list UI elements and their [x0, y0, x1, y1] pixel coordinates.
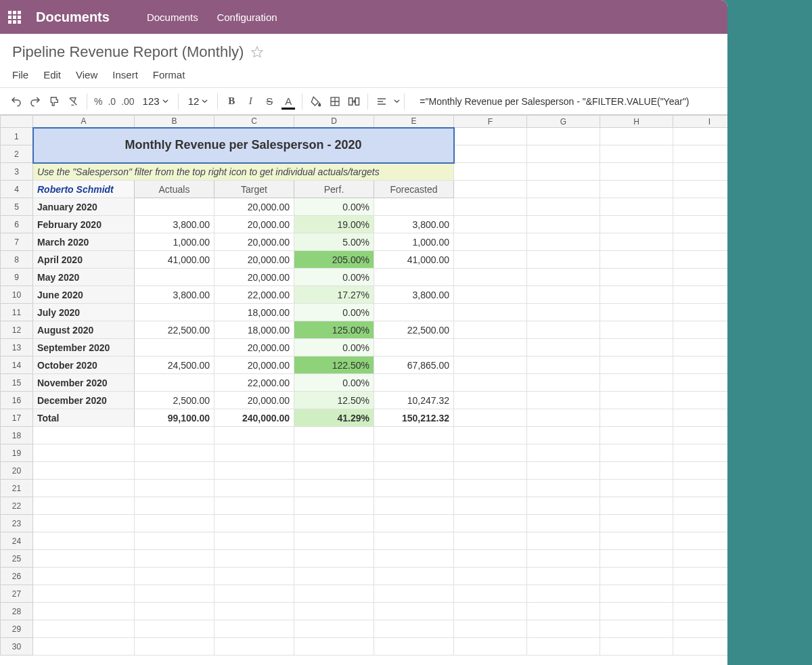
cell[interactable]: [294, 497, 374, 515]
row-27[interactable]: 27: [1, 585, 33, 603]
cell[interactable]: [673, 269, 728, 286]
cell[interactable]: [454, 163, 527, 181]
menu-view[interactable]: View: [76, 69, 97, 81]
cell[interactable]: [600, 374, 673, 392]
cell[interactable]: [33, 444, 135, 462]
cell[interactable]: [294, 427, 374, 444]
cell[interactable]: [215, 427, 294, 444]
month-cell[interactable]: April 2020: [33, 251, 135, 269]
actuals-cell[interactable]: [135, 374, 215, 392]
cell[interactable]: [215, 585, 294, 603]
row-4[interactable]: 4: [1, 181, 33, 198]
cell[interactable]: [215, 638, 294, 656]
target-cell[interactable]: 20,000.00: [215, 392, 294, 409]
target-cell[interactable]: 20,000.00: [215, 251, 294, 269]
cell[interactable]: [374, 497, 454, 515]
target-cell[interactable]: 18,000.00: [215, 304, 294, 321]
cell[interactable]: [673, 444, 728, 462]
cell[interactable]: [527, 128, 600, 145]
row-15[interactable]: 15: [1, 374, 33, 392]
cell[interactable]: [454, 339, 527, 357]
cell[interactable]: [454, 198, 527, 216]
cell[interactable]: [527, 145, 600, 163]
col-perf-header[interactable]: Perf.: [294, 181, 374, 198]
cell[interactable]: [527, 251, 600, 269]
cell[interactable]: [527, 392, 600, 409]
forecast-cell[interactable]: 3,800.00: [374, 286, 454, 304]
cell[interactable]: [454, 181, 527, 198]
cell[interactable]: [527, 357, 600, 374]
cell[interactable]: [673, 497, 728, 515]
cell[interactable]: [527, 427, 600, 444]
perf-cell[interactable]: 0.00%: [294, 304, 374, 321]
cell[interactable]: [600, 638, 673, 656]
col-actuals-header[interactable]: Actuals: [135, 181, 215, 198]
cell[interactable]: [527, 233, 600, 251]
cell[interactable]: [454, 145, 527, 163]
cell[interactable]: [135, 603, 215, 620]
cell[interactable]: [454, 568, 527, 585]
cell[interactable]: [600, 339, 673, 357]
month-cell[interactable]: August 2020: [33, 321, 135, 339]
row-21[interactable]: 21: [1, 480, 33, 497]
row-28[interactable]: 28: [1, 603, 33, 620]
cell[interactable]: [600, 585, 673, 603]
row-13[interactable]: 13: [1, 339, 33, 357]
col-E[interactable]: E: [374, 116, 454, 128]
cell[interactable]: [673, 357, 728, 374]
cell[interactable]: [135, 427, 215, 444]
target-cell[interactable]: 18,000.00: [215, 321, 294, 339]
cell[interactable]: [673, 198, 728, 216]
forecast-cell[interactable]: 10,247.32: [374, 392, 454, 409]
row-8[interactable]: 8: [1, 251, 33, 269]
target-cell[interactable]: 20,000.00: [215, 198, 294, 216]
target-cell[interactable]: 20,000.00: [215, 357, 294, 374]
cell[interactable]: [527, 620, 600, 638]
menu-file[interactable]: File: [12, 69, 28, 81]
cell[interactable]: [374, 638, 454, 656]
cell[interactable]: [600, 198, 673, 216]
cell[interactable]: [294, 532, 374, 550]
cell[interactable]: [600, 603, 673, 620]
cell[interactable]: [527, 568, 600, 585]
perf-cell[interactable]: 122.50%: [294, 357, 374, 374]
cell[interactable]: [454, 427, 527, 444]
forecast-cell[interactable]: [374, 198, 454, 216]
cell[interactable]: [374, 585, 454, 603]
actuals-cell[interactable]: 1,000.00: [135, 233, 215, 251]
forecast-cell[interactable]: 1,000.00: [374, 233, 454, 251]
perf-cell[interactable]: 0.00%: [294, 198, 374, 216]
actuals-cell[interactable]: 2,500.00: [135, 392, 215, 409]
borders-icon[interactable]: [325, 92, 344, 111]
month-cell[interactable]: June 2020: [33, 286, 135, 304]
target-cell[interactable]: 20,000.00: [215, 269, 294, 286]
actuals-cell[interactable]: [135, 269, 215, 286]
cell[interactable]: [33, 603, 135, 620]
month-cell[interactable]: May 2020: [33, 269, 135, 286]
cell[interactable]: [454, 462, 527, 480]
col-F[interactable]: F: [454, 116, 527, 128]
cell[interactable]: [215, 462, 294, 480]
spreadsheet[interactable]: A B C D E F G H I 1Monthly Revenue per S…: [0, 115, 727, 656]
font-size-dropdown[interactable]: 12: [183, 95, 214, 107]
row-24[interactable]: 24: [1, 532, 33, 550]
cell[interactable]: [454, 392, 527, 409]
target-cell[interactable]: 20,000.00: [215, 233, 294, 251]
align-icon[interactable]: [372, 92, 391, 111]
col-G[interactable]: G: [527, 116, 600, 128]
cell[interactable]: [33, 462, 135, 480]
nav-configuration[interactable]: Configuration: [217, 12, 277, 23]
cell[interactable]: [673, 603, 728, 620]
cell[interactable]: [673, 585, 728, 603]
month-cell[interactable]: July 2020: [33, 304, 135, 321]
month-cell[interactable]: September 2020: [33, 339, 135, 357]
cell[interactable]: [527, 409, 600, 427]
forecast-cell[interactable]: [374, 269, 454, 286]
cell[interactable]: [600, 550, 673, 568]
cell[interactable]: [527, 304, 600, 321]
cell[interactable]: [600, 163, 673, 181]
cell[interactable]: [527, 515, 600, 532]
cell[interactable]: [527, 497, 600, 515]
total-forecast[interactable]: 150,212.32: [374, 409, 454, 427]
cell[interactable]: [600, 181, 673, 198]
